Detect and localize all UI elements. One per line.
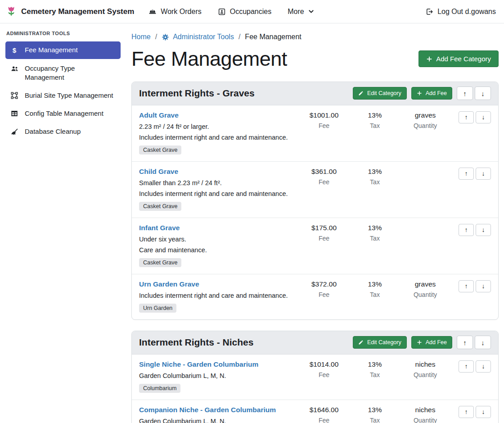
fee-description: 2.23 m² / 24 ft² or larger. — [139, 123, 295, 130]
fee-name-link[interactable]: Adult Grave — [139, 111, 179, 119]
sidebar-item-occupancy-type-management[interactable]: Occupancy Type Management — [5, 60, 121, 86]
tax-value: 13% — [353, 280, 396, 288]
pencil-icon — [358, 91, 364, 96]
tax-value: 13% — [353, 224, 396, 232]
category-move-up-button[interactable]: ↑ — [457, 336, 473, 349]
users-icon — [10, 64, 19, 73]
quantity-value: graves — [399, 111, 451, 119]
quantity-label: Quantity — [399, 371, 451, 378]
fee-move-up-button[interactable]: ↑ — [459, 360, 474, 373]
fee-row: Adult Grave 2.23 m² / 24 ft² or larger. … — [132, 105, 498, 162]
fee-description: Includes interment right and care and ma… — [139, 292, 295, 299]
fee-row: Child Grave Smaller than 2.23 m² / 24 ft… — [132, 162, 498, 218]
add-fee-button[interactable]: Add Fee — [411, 336, 452, 349]
quantity-value: graves — [399, 280, 451, 288]
fee-move-up-button[interactable]: ↑ — [459, 111, 474, 123]
nav-occupancies[interactable]: Occupancies — [218, 8, 272, 16]
breadcrumb-separator: / — [155, 33, 157, 41]
fee-move-up-button[interactable]: ↑ — [459, 280, 474, 292]
category-title: Interment Rights - Niches — [139, 337, 253, 348]
fee-move-up-button[interactable]: ↑ — [459, 168, 474, 180]
quantity-value: niches — [399, 406, 451, 414]
category-move-down-button[interactable]: ↓ — [475, 336, 491, 349]
nav-work-orders[interactable]: Work Orders — [148, 8, 201, 16]
add-fee-button[interactable]: Add Fee — [411, 87, 452, 100]
fee-label: Fee — [297, 122, 351, 129]
category-header: Interment Rights - Graves Edit Category … — [132, 82, 498, 105]
dollar-icon: $ — [10, 46, 19, 55]
tax-value: 13% — [353, 168, 396, 176]
fee-move-up-button[interactable]: ↑ — [459, 406, 474, 418]
sidebar-item-label: Fee Management — [25, 45, 78, 55]
sidebar-item-label: Occupancy Type Management — [25, 64, 116, 82]
tax-label: Tax — [353, 291, 396, 298]
pencil-icon — [358, 340, 364, 345]
breadcrumb: Home / Administrator Tool — [131, 33, 499, 41]
fee-label: Fee — [297, 417, 351, 423]
fee-row: Urn Garden Grave Includes interment righ… — [132, 274, 498, 319]
fee-tag: Urn Garden — [139, 304, 176, 313]
sidebar-item-config-table-management[interactable]: Config Table Management — [5, 105, 121, 122]
sidebar-item-database-cleanup[interactable]: Database Cleanup — [5, 123, 121, 140]
sidebar-item-label: Config Table Management — [25, 109, 104, 118]
main-content: Home / Administrator Tool — [126, 23, 504, 423]
fee-category-card: Interment Rights - Graves Edit Category … — [131, 82, 499, 320]
fee-tag: Columbarium — [139, 384, 180, 393]
edit-category-button[interactable]: Edit Category — [353, 336, 407, 349]
gear-icon — [162, 33, 169, 41]
fee-category-card: Interment Rights - Niches Edit Category … — [131, 331, 499, 423]
tax-label: Tax — [353, 178, 396, 186]
tax-value: 13% — [353, 360, 396, 368]
fee-amount: $361.00 — [297, 168, 351, 176]
fee-tag: Casket Grave — [139, 258, 181, 267]
fee-name-link[interactable]: Child Grave — [139, 168, 178, 176]
fee-description: Care and maintenance. — [139, 246, 295, 254]
breadcrumb-current: Fee Management — [245, 33, 301, 41]
fee-tag: Casket Grave — [139, 146, 181, 155]
fee-description: Garden Columbarium L, M, N. — [139, 372, 295, 379]
fee-description: Includes interment right and care and ma… — [139, 190, 295, 197]
plus-icon — [417, 340, 422, 345]
fee-move-up-button[interactable]: ↑ — [459, 224, 474, 236]
edit-category-button[interactable]: Edit Category — [353, 87, 407, 100]
tax-label: Tax — [353, 235, 396, 242]
sidebar-item-burial-site-type-management[interactable]: Burial Site Type Management — [5, 87, 121, 104]
breadcrumb-home-link[interactable]: Home — [131, 33, 151, 41]
logout-label: Log Out d.gowans — [437, 8, 496, 16]
quantity-value: niches — [399, 360, 451, 368]
sidebar-item-label: Burial Site Type Management — [25, 91, 113, 100]
fee-name-link[interactable]: Single Niche - Garden Columbarium — [139, 360, 258, 368]
fee-description: Smaller than 2.23 m² / 24 ft². — [139, 179, 295, 186]
tax-value: 13% — [353, 406, 396, 414]
fee-move-down-button[interactable]: ↓ — [476, 168, 491, 180]
tax-label: Tax — [353, 122, 396, 129]
nav-more[interactable]: More — [288, 8, 314, 16]
fee-name-link[interactable]: Infant Grave — [139, 224, 180, 232]
brand-title: Cemetery Management System — [21, 7, 134, 16]
fee-row: Single Niche - Garden Columbarium Garden… — [132, 355, 498, 400]
category-move-down-button[interactable]: ↓ — [475, 86, 491, 100]
quantity-label: Quantity — [399, 417, 451, 423]
fee-amount: $1001.00 — [297, 111, 351, 119]
breadcrumb-separator: / — [238, 33, 240, 41]
admin-sidebar: Administrator Tools $ Fee Management Occ… — [0, 23, 126, 423]
fee-move-down-button[interactable]: ↓ — [476, 111, 491, 123]
fee-move-down-button[interactable]: ↓ — [476, 280, 491, 292]
sidebar-item-fee-management[interactable]: $ Fee Management — [5, 41, 121, 59]
tax-label: Tax — [353, 371, 396, 378]
fee-amount: $175.00 — [297, 224, 351, 232]
add-fee-category-button[interactable]: Add Fee Category — [418, 50, 499, 67]
chevron-down-icon — [308, 9, 314, 14]
fee-move-down-button[interactable]: ↓ — [476, 360, 491, 373]
logout-link[interactable]: Log Out d.gowans — [425, 8, 496, 16]
fee-move-down-button[interactable]: ↓ — [476, 224, 491, 236]
category-header: Interment Rights - Niches Edit Category … — [132, 331, 498, 355]
fee-label: Fee — [297, 235, 351, 242]
fee-move-down-button[interactable]: ↓ — [476, 406, 491, 418]
sidebar-heading: Administrator Tools — [6, 31, 121, 36]
nav-work-orders-label: Work Orders — [161, 8, 201, 16]
breadcrumb-admin-tools-link[interactable]: Administrator Tools — [162, 33, 234, 41]
fee-name-link[interactable]: Urn Garden Grave — [139, 280, 199, 288]
fee-name-link[interactable]: Companion Niche - Garden Columbarium — [139, 406, 276, 414]
category-move-up-button[interactable]: ↑ — [457, 86, 473, 100]
